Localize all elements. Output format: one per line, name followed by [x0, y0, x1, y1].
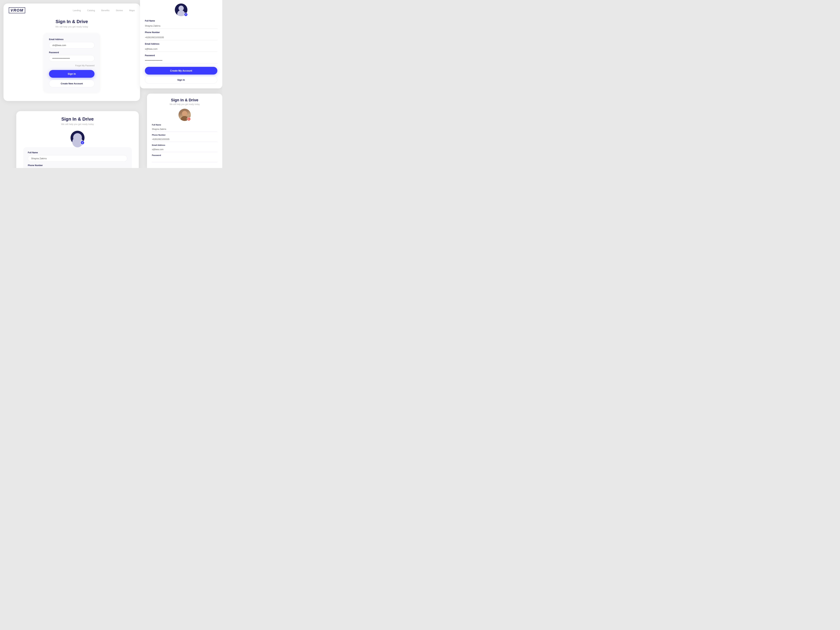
- trash-icon: 🗑: [188, 118, 190, 120]
- br-email-label: Email Address: [152, 144, 217, 146]
- create-account-panel-top: + Full Name Phone Number Email Address P…: [140, 0, 222, 88]
- br-phone-label: Phone Number: [152, 134, 217, 136]
- br-full-name-input[interactable]: [152, 127, 217, 132]
- full-name-input-b[interactable]: [28, 155, 127, 162]
- nav-maps[interactable]: Maps: [129, 9, 135, 12]
- avatar-area-bottom: +: [23, 131, 132, 145]
- nav-catalog[interactable]: Catalog: [87, 9, 95, 12]
- br-phone-input[interactable]: [152, 137, 217, 142]
- full-name-label: Full Name: [145, 20, 217, 22]
- full-name-group: Full Name: [145, 20, 217, 29]
- svg-point-2: [182, 111, 187, 116]
- phone-label-b: Phone Number: [28, 164, 127, 167]
- phone-input[interactable]: [145, 35, 217, 40]
- email-group: Email Address: [145, 43, 217, 52]
- create-account-card-bottom: Sign In & Drive We will help you get rea…: [16, 111, 139, 168]
- password-input-create[interactable]: [145, 58, 217, 63]
- signin-button[interactable]: Sign In: [49, 70, 95, 78]
- full-name-input[interactable]: [145, 23, 217, 29]
- create-bottom-subtitle: We will help you get ready today: [23, 123, 132, 125]
- avatar-photo-area: 🗑: [152, 109, 217, 121]
- br-email-input[interactable]: [152, 147, 217, 152]
- create-my-account-button[interactable]: Create My Account: [145, 67, 217, 74]
- card-bottom-right: Sign In & Drive We will help you get rea…: [147, 94, 222, 168]
- avatar-wrapper: +: [71, 131, 85, 145]
- nav-landing[interactable]: Landing: [73, 9, 81, 12]
- email-label: Email Address: [49, 38, 95, 41]
- nav-benefits[interactable]: Benefits: [101, 9, 109, 12]
- avatar-area: +: [145, 3, 217, 16]
- email-label-create: Email Address: [145, 43, 217, 45]
- signin-card: VROM Landing Catalog Benefits Stories Ma…: [3, 3, 140, 101]
- password-label-create: Password: [145, 54, 217, 57]
- navbar: VROM Landing Catalog Benefits Stories Ma…: [3, 3, 140, 17]
- create-new-account-button[interactable]: Create New Account: [49, 80, 95, 87]
- app-logo: VROM: [9, 7, 25, 13]
- avatar-plus-button-bottom[interactable]: +: [81, 141, 85, 145]
- avatar-plus-button[interactable]: +: [184, 13, 188, 16]
- br-password-label: Password: [152, 154, 217, 156]
- forgot-password-link[interactable]: Forgot My Password: [49, 65, 95, 67]
- br-password-input[interactable]: [152, 157, 217, 162]
- avatar-body: [177, 10, 185, 16]
- password-input[interactable]: [49, 55, 95, 62]
- nav-links: Landing Catalog Benefits Stories Maps: [73, 9, 135, 12]
- bottom-form-card: Full Name Phone Number: [23, 147, 132, 168]
- avatar-delete-button[interactable]: 🗑: [187, 117, 191, 121]
- signin-body: Sign In & Drive We will help you get rea…: [3, 17, 140, 96]
- signin-secondary-button[interactable]: Sign In: [145, 76, 217, 84]
- signin-form: Email Address Password Forgot My Passwor…: [44, 33, 100, 92]
- br-full-name-label: Full Name: [152, 124, 217, 126]
- full-name-label-b: Full Name: [28, 152, 127, 154]
- create-bottom-title: Sign In & Drive: [23, 116, 132, 122]
- password-group: Password: [145, 54, 217, 63]
- nav-stories[interactable]: Stories: [116, 9, 123, 12]
- password-label: Password: [49, 51, 95, 54]
- bottom-right-title: Sign In & Drive: [152, 98, 217, 103]
- email-input-create[interactable]: [145, 46, 217, 52]
- signin-subtitle: We will help you get ready today: [55, 25, 88, 28]
- email-input[interactable]: [49, 42, 95, 49]
- phone-group: Phone Number: [145, 31, 217, 40]
- phone-label: Phone Number: [145, 31, 217, 33]
- bottom-right-subtitle: We will help you get ready today: [152, 103, 217, 106]
- signin-title: Sign In & Drive: [56, 19, 88, 24]
